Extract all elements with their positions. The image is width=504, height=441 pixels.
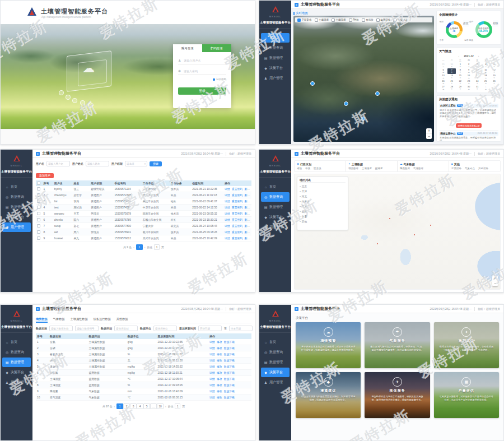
calendar-day-cell[interactable]: 4 ☁	[482, 63, 490, 68]
table-row[interactable]: 6 chenliu 陈六 普通用户 15309576789 石嘴山市农业局 科长…	[36, 217, 251, 223]
sidebar-item[interactable]: ⌂ 首页	[2, 182, 31, 192]
query-sub-option[interactable]: 土壤温度	[362, 167, 372, 170]
edit-link[interactable]: 修改	[217, 341, 222, 343]
page-button[interactable]: 10	[157, 403, 164, 409]
sidebar-item[interactable]: ♟ 用户管理	[261, 222, 290, 232]
delete-link[interactable]: 删除	[244, 194, 250, 197]
page-button[interactable]: 5	[143, 403, 150, 409]
decision-card[interactable]: ✦ 施肥建议 根据土壤养分检测结果与作物需肥规律，自动生成测土配方施肥方案，实现…	[434, 322, 499, 368]
layer-toggle[interactable]: 监测设备	[376, 18, 391, 22]
edit-link[interactable]: 修改	[217, 347, 222, 350]
detail-link[interactable]: 详情	[209, 378, 215, 380]
query-sub-option[interactable]: 市级	[305, 167, 310, 170]
greeting-text[interactable]: 你好：超级管理员	[478, 152, 500, 155]
delete-link[interactable]: 删除	[244, 188, 250, 191]
delete-link[interactable]: 删除	[244, 231, 250, 234]
detail-link[interactable]: 详情	[225, 231, 230, 234]
calendar-day-cell[interactable]: 10 ☀	[473, 68, 482, 74]
map-marker[interactable]	[361, 117, 365, 121]
layer-toggle[interactable]: 卫星影像	[297, 18, 312, 22]
download-link[interactable]: 数据下载	[224, 353, 235, 356]
data-tab[interactable]: 土壤属性数据	[71, 316, 88, 323]
calendar-day-cell[interactable]: 20 ☁	[439, 80, 447, 85]
data-tab[interactable]: 设备运行数据	[94, 316, 111, 323]
sidebar-item[interactable]: ◆ 决策平台	[261, 63, 290, 73]
sidebar-item[interactable]: ▤ 数据管理	[2, 202, 31, 212]
region-tree-item[interactable]: – 河北	[300, 194, 346, 199]
decision-card[interactable]: ☁ 墒情预警 基于多层土壤水分实时监测数据，对农田旱涝状况进行分级预警，指导适时…	[296, 322, 361, 368]
layer-toggle[interactable]: 有机质	[362, 18, 374, 22]
calendar-prev-button[interactable]: ‹	[459, 55, 460, 58]
next-page-button[interactable]: ›	[144, 246, 146, 249]
detail-link[interactable]: 详情	[225, 200, 230, 203]
map-marker[interactable]	[344, 101, 348, 106]
username-filter-input[interactable]	[46, 161, 70, 166]
greeting-text[interactable]: 你好：超级管理员	[478, 3, 500, 6]
calendar-day-cell[interactable]: 6 ☁	[439, 68, 447, 74]
table-row[interactable]: 6 碱解氮 监测数据 mg/kg 2021-12-18 11:30:21 详情 …	[36, 370, 251, 376]
table-row[interactable]: 2 全磷 土壤属性数据 g/kg 2021-12-20 10:21:18 详情 …	[36, 345, 251, 351]
sidebar-item[interactable]: ▤ 数据管理	[2, 358, 31, 367]
calendar-day-cell[interactable]: 26 ☀	[490, 80, 498, 85]
region-tree-item[interactable]: – 其他	[300, 219, 346, 224]
calendar-day-cell[interactable]: 5 ☀	[490, 63, 498, 68]
download-link[interactable]: 数据下载	[224, 341, 235, 343]
region-tree-item[interactable]: – 内蒙古	[300, 199, 346, 204]
feed-item[interactable]: 自治区土肥站 置顶 2021-12-20 10:23:45 12月下旬全区将出现…	[439, 103, 498, 131]
next-page-button[interactable]: ›	[165, 405, 166, 408]
detail-link[interactable]: 详情	[225, 219, 230, 221]
greeting-text[interactable]: 你好：超级管理员	[229, 152, 251, 155]
date-to-input[interactable]	[229, 326, 253, 331]
calendar-day-cell[interactable]: 12 ☀	[490, 68, 498, 74]
reset-password-link[interactable]: 重置密码	[232, 194, 242, 197]
table-row[interactable]: 5 wangwu 王五 管理员 15309575678 固原市农业局 技术员 2…	[36, 211, 251, 217]
calendar-day-cell[interactable]: 8 ☀	[456, 68, 464, 74]
query-sub-option[interactable]: 监测设备	[451, 167, 461, 170]
query-sub-option[interactable]: 降雨数据	[400, 167, 410, 170]
zoom-out-button[interactable]: −	[426, 134, 432, 139]
page-button[interactable]: 2	[123, 403, 130, 409]
page-button[interactable]: 4	[137, 403, 143, 409]
detail-link[interactable]: 详情	[225, 225, 230, 228]
calendar-day-cell[interactable]: 29 ☀	[456, 85, 464, 91]
calendar-day-cell[interactable]: 16 ☁	[464, 74, 473, 80]
sidebar-item[interactable]: ♟ 用户管理	[261, 73, 290, 83]
calendar-day-cell[interactable]: 15 ☀	[456, 74, 464, 80]
table-row[interactable]: 9 降雨量 气象数据 mm 2021-12-16 16:42:09 详情 修改 …	[36, 388, 251, 394]
calendar-day-cell[interactable]: 27 ☁	[439, 85, 447, 91]
calendar-day-cell[interactable]: 19 ☀	[490, 74, 498, 80]
calendar-day-cell[interactable]: 24 ☀	[473, 80, 482, 85]
sidebar-item[interactable]: ⌂ 首页	[261, 33, 290, 43]
zoom-in-button[interactable]: +	[492, 276, 498, 281]
sidebar-item[interactable]: ◎ 数据查询	[261, 192, 290, 202]
table-row[interactable]: 1 bysfny 张三 超级管理员 15309571234 宁夏农科院 技术员 …	[36, 186, 251, 192]
download-link[interactable]: 数据下载	[224, 390, 235, 393]
reset-password-link[interactable]: 重置密码	[232, 206, 242, 209]
reset-password-link[interactable]: 重置密码	[232, 219, 242, 221]
delete-link[interactable]: 删除	[244, 206, 250, 209]
decision-card[interactable]: ◆ 灌溉建议 结合土壤墒情与作物生育期需水特征，制定科学灌溉制度，指导农田高效节…	[296, 372, 361, 418]
detail-link[interactable]: 详情	[209, 347, 215, 350]
sidebar-item[interactable]: ♟ 用户管理	[261, 378, 290, 387]
table-row[interactable]: 4 pH值 土壤属性数据 无 2021-12-19 08:12:50 详情 修改…	[36, 358, 251, 364]
sidebar-toggle-icon[interactable]: ≡	[295, 307, 298, 311]
sidebar-item[interactable]: ◎ 数据查询	[261, 43, 290, 53]
calendar-day-cell[interactable]: 17 ☀	[473, 74, 482, 80]
checkbox-icon[interactable]	[349, 18, 352, 22]
checkbox-icon[interactable]	[332, 18, 335, 22]
data-tab[interactable]: 气象数据	[53, 316, 65, 323]
feed-item[interactable]: 墒情监测中心 预警 2021-12-17 09:12:30 本周全区土壤墒情总体…	[439, 131, 498, 142]
vector-map[interactable]: 地区列表 – 北京– 天津– 河北– 内蒙古– 黑龙江– 新疆– 宁夏– 其他 …	[294, 174, 501, 290]
layer-toggle[interactable]: 气象站点	[393, 18, 408, 22]
realname-filter-input[interactable]	[86, 161, 109, 166]
checkbox-icon[interactable]	[393, 18, 396, 22]
sidebar-item[interactable]: ⌂ 首页	[2, 337, 31, 347]
calendar-day-cell[interactable]: 1 ☀	[456, 63, 464, 68]
row-checkbox[interactable]	[37, 224, 40, 228]
detail-link[interactable]: 详情	[225, 212, 230, 215]
sidebar-item[interactable]: ▤ 数据管理	[261, 202, 290, 212]
calendar-day-cell[interactable]: 13 ☁	[439, 74, 447, 80]
sidebar-toggle-icon[interactable]: ≡	[295, 152, 298, 156]
page-button[interactable]: 1	[116, 403, 123, 409]
data-category-input[interactable]	[114, 326, 138, 331]
